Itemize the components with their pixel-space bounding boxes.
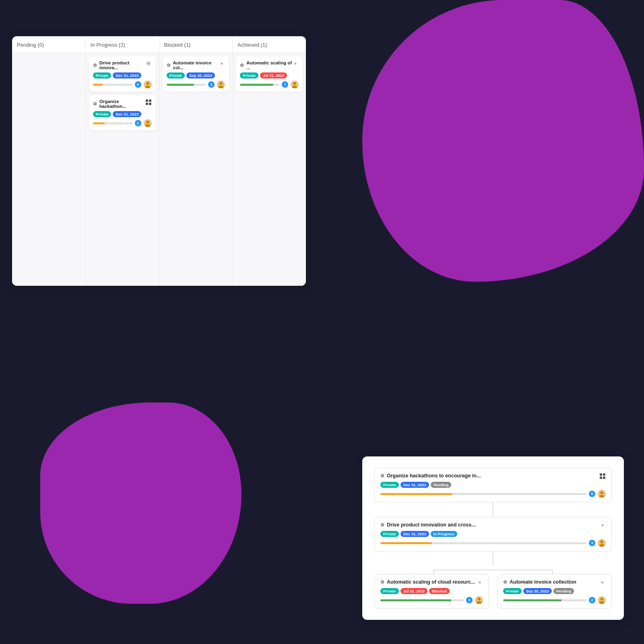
avatar <box>144 80 152 89</box>
svg-rect-3 <box>146 99 148 102</box>
progress-bar-bg <box>93 122 132 124</box>
card-progress-row: 9 <box>93 80 152 89</box>
card-title-row: ⚙ Organize hackathon... <box>93 99 152 109</box>
svg-point-1 <box>146 82 149 85</box>
progress-bar-bg <box>380 493 586 495</box>
progress-bar-bg <box>240 84 279 86</box>
svg-point-14 <box>292 86 297 88</box>
count-badge: 9 <box>135 81 141 88</box>
badge-date: Dec 31, 2023 <box>113 72 141 78</box>
badge-private: Private <box>240 72 258 78</box>
card-title-row: ⚙ Automate invoice collection <box>503 579 606 586</box>
card-badges: Private Dec 31, 2023 In Progress <box>380 531 606 537</box>
grid-icon <box>599 473 606 479</box>
tree-h-connector <box>374 566 612 574</box>
card-badges: Private Jul 31, 2023 <box>240 72 299 78</box>
col-body-achieved: ⚙ Automatic scaling of ... Private Jul 3… <box>233 52 306 286</box>
avatar <box>598 539 606 547</box>
card-title: ⚙ Automate invoice collection <box>503 579 599 585</box>
badge-date: Dec 31, 2023 <box>113 111 141 117</box>
kanban-card-auto-scaling[interactable]: ⚙ Automatic scaling of ... Private Jul 3… <box>236 56 303 92</box>
card-title: ⚙ Organize hackathon... <box>93 99 145 109</box>
tree-child1-node: ⚙ Drive product innovation and cross... … <box>374 517 612 609</box>
tree-grandchild2: ⚙ Automate invoice collection Private Se… <box>497 574 612 609</box>
card-title: ⚙ Organize hackathons to encourage in... <box>380 473 599 479</box>
card-progress-row: 5 <box>380 490 606 498</box>
progress-bar-bg <box>93 84 132 86</box>
svg-point-30 <box>602 582 604 584</box>
progress-bar-bg <box>167 84 206 86</box>
grid-icon <box>145 99 152 105</box>
card-title-row: ⚙ Automate invoice col... <box>167 60 225 70</box>
svg-rect-16 <box>603 473 605 476</box>
badge-date: Dec 31, 2023 <box>400 482 429 488</box>
card-progress-row: 3 <box>380 539 606 547</box>
kanban-card-automate-invoice[interactable]: ⚙ Automate invoice col... Private Sep 30… <box>163 56 229 92</box>
tree-grandchildren: ⚙ Automatic scaling of cloud resourc... … <box>374 574 612 609</box>
count-badge: 3 <box>589 540 595 546</box>
card-progress-row: 2 <box>93 119 152 127</box>
svg-point-20 <box>599 495 605 497</box>
svg-point-32 <box>599 601 605 604</box>
svg-point-9 <box>221 63 223 65</box>
count-badge: 3 <box>466 597 473 603</box>
kanban-col-inprogress: In Progress (2) ⚙ Drive product innova..… <box>86 36 159 286</box>
gear-icon <box>219 60 225 67</box>
card-title: ⚙ Drive product innovation and cross... <box>380 522 599 528</box>
avatar <box>144 119 152 127</box>
kanban-card-organize-hackathon[interactable]: ⚙ Organize hackathon... Private Dec 31, … <box>89 95 156 130</box>
gear-icon <box>477 579 483 586</box>
badge-private: Private <box>93 72 111 78</box>
card-title-row: ⚙ Drive product innovation and cross... <box>380 522 606 528</box>
badge-private: Private <box>167 72 185 78</box>
progress-bar-bg <box>380 599 464 601</box>
svg-point-22 <box>600 541 603 543</box>
tree-card-grandchild1[interactable]: ⚙ Automatic scaling of cloud resourc... … <box>374 574 489 609</box>
badge-private: Private <box>93 111 111 117</box>
card-badges: Private Sep 30, 2023 Pending <box>503 588 606 594</box>
tree-card-child1[interactable]: ⚙ Drive product innovation and cross... … <box>374 517 612 551</box>
avatar <box>598 596 606 604</box>
count-badge: 7 <box>282 81 288 88</box>
col-header-pending: Pending (0) <box>12 36 85 52</box>
avatar <box>291 80 299 89</box>
card-title: ⚙ Automatic scaling of ... <box>240 60 292 70</box>
svg-point-12 <box>295 63 297 65</box>
col-header-inprogress: In Progress (2) <box>86 36 159 52</box>
team-icon: ⚙ <box>380 580 384 585</box>
tree-card-grandchild2[interactable]: ⚙ Automate invoice collection Private Se… <box>497 574 612 609</box>
gear-icon <box>599 522 606 528</box>
gear-icon <box>145 60 152 67</box>
svg-point-2 <box>145 86 150 88</box>
gear-icon <box>599 579 606 586</box>
badge-private: Private <box>503 588 522 594</box>
team-icon: ⚙ <box>167 63 171 68</box>
progress-bar-fill <box>380 493 452 495</box>
svg-point-8 <box>145 124 150 127</box>
count-badge: 2 <box>208 81 215 88</box>
badge-date: Jul 31, 2023 <box>260 72 287 78</box>
badge-in-progress: In Progress <box>431 531 457 537</box>
progress-bar-fill <box>380 542 432 544</box>
svg-point-10 <box>220 82 223 85</box>
gear-icon <box>292 60 299 67</box>
tree-card-root[interactable]: ⚙ Organize hackathons to encourage in...… <box>374 468 612 502</box>
tree-connector-v <box>493 502 493 517</box>
badge-private: Private <box>380 531 399 537</box>
count-badge: 2 <box>589 597 595 603</box>
card-title-row: ⚙ Drive product innova... <box>93 60 152 70</box>
blob-top-right <box>362 0 644 282</box>
count-badge: 5 <box>589 491 595 497</box>
card-badges: Private Jul 31, 2023 Blocked <box>380 588 483 594</box>
card-title-row: ⚙ Automatic scaling of cloud resourc... <box>380 579 483 586</box>
svg-point-11 <box>219 86 224 88</box>
progress-bar-fill <box>167 84 194 86</box>
svg-rect-6 <box>149 103 151 105</box>
badge-date: Jul 31, 2023 <box>400 588 427 594</box>
card-title: ⚙ Automatic scaling of cloud resourc... <box>380 579 477 585</box>
badge-date: Sep 30, 2023 <box>186 72 215 78</box>
svg-point-23 <box>599 544 605 547</box>
avatar <box>598 490 606 498</box>
kanban-card-drive-product[interactable]: ⚙ Drive product innova... Private Dec 31… <box>89 56 156 92</box>
col-body-blocked: ⚙ Automate invoice col... Private Sep 30… <box>159 52 233 286</box>
